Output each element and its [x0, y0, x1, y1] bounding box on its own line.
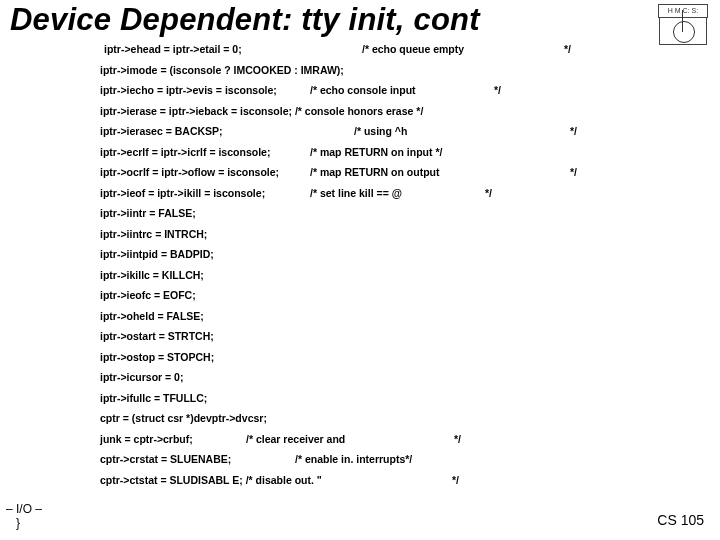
- footer-right: CS 105: [657, 512, 704, 528]
- code-line: iptr->ostop = STOPCH;: [100, 352, 590, 363]
- code-text: iptr->iecho = iptr->evis = isconsole;: [100, 84, 277, 96]
- code-line: iptr->ecrlf = iptr->icrlf = isconsole; /…: [100, 147, 590, 158]
- comment-text: /* echo console input: [310, 85, 416, 96]
- code-line: iptr->ifullc = TFULLC;: [100, 393, 590, 404]
- code-line: iptr->ostart = STRTCH;: [100, 331, 590, 342]
- code-line: iptr->iecho = iptr->evis = isconsole; /*…: [100, 85, 590, 96]
- comment-end: */: [570, 126, 577, 137]
- comment-text: /* using ^h: [354, 126, 407, 137]
- code-text: junk = cptr->crbuf;: [100, 433, 193, 445]
- code-text: iptr->ieof = iptr->ikill = isconsole;: [100, 187, 265, 199]
- code-line: cptr->ctstat = SLUDISABL E; /* disable o…: [100, 475, 590, 486]
- code-line: cptr->crstat = SLUENABE; /* enable in. i…: [100, 454, 590, 465]
- code-text: iptr->ehead = iptr->etail = 0;: [104, 43, 242, 55]
- code-text: cptr->crstat = SLUENABE;: [100, 453, 231, 465]
- code-line: iptr->ierasec = BACKSP; /* using ^h */: [100, 126, 590, 137]
- code-text: iptr->ocrlf = iptr->oflow = isconsole;: [100, 166, 279, 178]
- slide-title: Device Dependent: tty init, cont: [10, 2, 480, 38]
- code-line: cptr = (struct csr *)devptr->dvcsr;: [100, 413, 590, 424]
- code-line: junk = cptr->crbuf; /* clear receiver an…: [100, 434, 590, 445]
- code-text: iptr->ierase = iptr->ieback = isconsole;…: [100, 105, 423, 117]
- comment-text: /* map RETURN on output: [310, 167, 440, 178]
- code-line: iptr->ocrlf = iptr->oflow = isconsole; /…: [100, 167, 590, 178]
- comment-text: /* map RETURN on input */: [310, 147, 442, 158]
- footer-left: – I/O – }: [6, 502, 42, 530]
- code-text: iptr->imode = (isconsole ? IMCOOKED : IM…: [100, 64, 344, 76]
- code-line: iptr->iintpid = BADPID;: [100, 249, 590, 260]
- code-line: iptr->iintrc = INTRCH;: [100, 229, 590, 240]
- unicycle-icon: [659, 18, 707, 45]
- code-text: iptr->iintpid = BADPID;: [100, 248, 214, 260]
- comment-end: */: [452, 475, 459, 486]
- code-text: iptr->ifullc = TFULLC;: [100, 392, 207, 404]
- comment-end: */: [485, 188, 492, 199]
- code-line: iptr->imode = (isconsole ? IMCOOKED : IM…: [100, 65, 590, 76]
- code-line: iptr->ierase = iptr->ieback = isconsole;…: [100, 106, 590, 117]
- code-text: iptr->ostart = STRTCH;: [100, 330, 214, 342]
- code-text: iptr->ikillc = KILLCH;: [100, 269, 204, 281]
- code-line: iptr->ieof = iptr->ikill = isconsole; /*…: [100, 188, 590, 199]
- code-line: iptr->iintr = FALSE;: [100, 208, 590, 219]
- code-line: iptr->icursor = 0;: [100, 372, 590, 383]
- comment-text: /* set line kill == @: [310, 188, 402, 199]
- slide-root: Device Dependent: tty init, cont H M C: …: [0, 0, 720, 540]
- footer-io: – I/O –: [6, 502, 42, 516]
- comment-end: */: [454, 434, 461, 445]
- code-text: cptr->ctstat = SLUDISABL E; /* disable o…: [100, 474, 322, 486]
- code-text: iptr->ieofc = EOFC;: [100, 289, 196, 301]
- comment-end: */: [560, 44, 571, 55]
- comment-text: /* echo queue empty: [358, 44, 464, 55]
- code-text: cptr = (struct csr *)devptr->dvcsr;: [100, 412, 267, 424]
- comment-text: /* enable in. interrupts*/: [295, 454, 412, 465]
- code-line: iptr->ieofc = EOFC;: [100, 290, 590, 301]
- closing-brace: }: [16, 516, 20, 530]
- code-text: iptr->iintr = FALSE;: [100, 207, 196, 219]
- code-block: iptr->ehead = iptr->etail = 0; /* echo q…: [100, 44, 590, 495]
- code-line: iptr->ehead = iptr->etail = 0; /* echo q…: [100, 44, 590, 55]
- comment-end: */: [494, 85, 501, 96]
- code-text: iptr->ierasec = BACKSP;: [100, 125, 223, 137]
- code-text: iptr->oheld = FALSE;: [100, 310, 204, 322]
- code-line: iptr->ikillc = KILLCH;: [100, 270, 590, 281]
- comment-end: */: [570, 167, 577, 178]
- corner-logo: H M C: S:: [658, 4, 710, 45]
- code-text: iptr->ostop = STOPCH;: [100, 351, 214, 363]
- comment-text: /* clear receiver and: [246, 434, 345, 445]
- code-text: iptr->iintrc = INTRCH;: [100, 228, 207, 240]
- code-line: iptr->oheld = FALSE;: [100, 311, 590, 322]
- code-text: iptr->icursor = 0;: [100, 371, 183, 383]
- code-text: iptr->ecrlf = iptr->icrlf = isconsole;: [100, 146, 270, 158]
- logo-text: H M C: S:: [658, 4, 708, 18]
